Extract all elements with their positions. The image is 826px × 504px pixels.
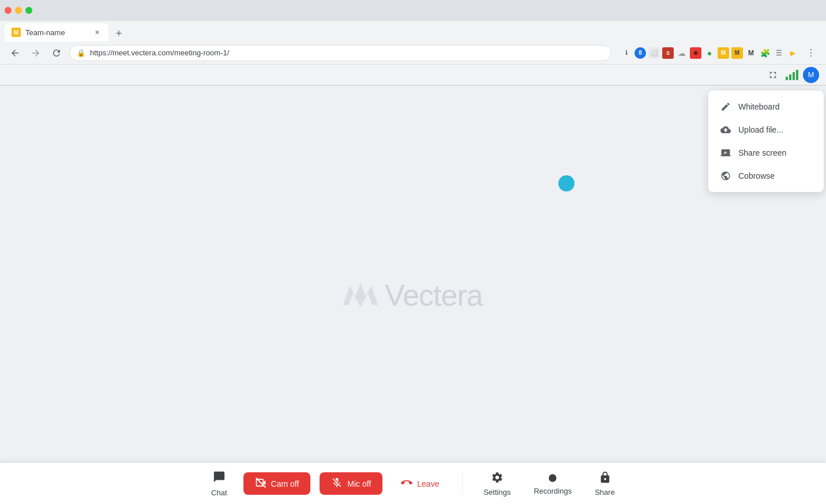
ext-yellow-m2[interactable]: M	[731, 47, 743, 59]
chat-icon	[213, 471, 226, 486]
ext-1[interactable]: 8	[634, 47, 646, 59]
vectera-logo-icon	[343, 281, 378, 310]
chat-label: Chat	[211, 488, 227, 497]
recordings-button[interactable]: Recordings	[527, 469, 579, 498]
menu-button[interactable]: ⋮	[803, 45, 819, 61]
share-button[interactable]: Share	[588, 469, 622, 499]
leave-button[interactable]: Leave	[392, 472, 448, 495]
settings-icon	[491, 471, 504, 486]
ext-list[interactable]: ☰	[773, 47, 784, 59]
whiteboard-label: Whiteboard	[738, 102, 780, 111]
ext-dark-m[interactable]: M	[745, 47, 757, 59]
share-label: Share	[595, 488, 615, 497]
ext-puzzle[interactable]: 🧩	[759, 47, 771, 59]
url-text: https://meet.vectera.com/meeting-room-1/	[90, 48, 229, 57]
fullscreen-button[interactable]	[765, 67, 781, 83]
recordings-label: Recordings	[534, 487, 572, 495]
share-screen-label: Share screen	[738, 148, 786, 157]
tab-favicon: M	[12, 28, 21, 37]
share-screen-menu-item[interactable]: Share screen	[708, 141, 824, 164]
active-tab[interactable]: M Team-name ✕	[5, 23, 108, 42]
whiteboard-menu-item[interactable]: Whiteboard	[708, 95, 824, 118]
meeting-area: Vectera Whiteboard Upload file... Shar	[0, 86, 826, 504]
signal-strength	[786, 70, 798, 80]
ext-2[interactable]: ⬜	[648, 47, 660, 59]
bottom-toolbar: Chat Cam off Mic off Leave	[0, 462, 826, 504]
cam-off-icon	[255, 477, 266, 490]
ext-cloud[interactable]: ☁	[676, 47, 688, 59]
cobrowse-label: Cobrowse	[738, 171, 775, 180]
tab-close-button[interactable]: ✕	[92, 28, 102, 37]
cobrowse-icon	[720, 170, 731, 182]
reload-button[interactable]	[48, 45, 65, 61]
svg-point-1	[549, 474, 557, 482]
upload-menu-item[interactable]: Upload file...	[708, 118, 824, 141]
leave-icon	[401, 477, 412, 490]
ext-skat[interactable]: S	[662, 47, 674, 59]
ext-red-circle[interactable]: ⊗	[690, 47, 701, 59]
mic-off-button[interactable]: Mic off	[320, 472, 382, 495]
upload-label: Upload file...	[738, 125, 783, 134]
user-avatar[interactable]: M	[803, 67, 819, 83]
new-tab-button[interactable]: +	[111, 25, 127, 42]
back-button[interactable]	[7, 45, 23, 61]
address-bar[interactable]: 🔒 https://meet.vectera.com/meeting-room-…	[69, 45, 611, 61]
settings-label: Settings	[483, 488, 510, 497]
share-screen-icon	[720, 147, 731, 159]
cam-off-button[interactable]: Cam off	[243, 472, 311, 495]
cobrowse-menu-item[interactable]: Cobrowse	[708, 164, 824, 187]
toolbar-divider	[462, 473, 463, 494]
upload-icon	[720, 124, 731, 136]
forward-button[interactable]	[28, 45, 44, 61]
chat-button[interactable]: Chat	[204, 468, 234, 499]
whiteboard-icon	[720, 101, 731, 112]
cam-off-label: Cam off	[271, 479, 299, 488]
tools-dropdown: Whiteboard Upload file... Share screen C…	[708, 91, 824, 192]
leave-label: Leave	[417, 479, 439, 488]
ext-info[interactable]: ℹ	[621, 47, 632, 59]
minimize-button[interactable]	[15, 7, 22, 14]
ext-yellow-m[interactable]: M	[718, 47, 729, 59]
tab-title: Team-name	[25, 28, 88, 37]
ext-yellow-final[interactable]: ▶	[787, 47, 798, 59]
mic-off-label: Mic off	[347, 479, 371, 488]
vectera-logo: Vectera	[343, 278, 482, 313]
extensions-area: ℹ 8 ⬜ S ☁ ⊗ ● M M M 🧩 ☰ ▶	[621, 47, 798, 59]
maximize-button[interactable]	[25, 7, 32, 14]
settings-button[interactable]: Settings	[476, 469, 517, 499]
recordings-icon	[546, 472, 559, 484]
share-icon	[599, 471, 611, 486]
vectera-logo-text: Vectera	[385, 278, 482, 313]
close-button[interactable]	[5, 7, 12, 14]
ext-green[interactable]: ●	[704, 47, 715, 59]
security-icon: 🔒	[77, 49, 85, 57]
cursor-indicator	[558, 175, 575, 191]
mic-off-icon	[331, 477, 343, 490]
